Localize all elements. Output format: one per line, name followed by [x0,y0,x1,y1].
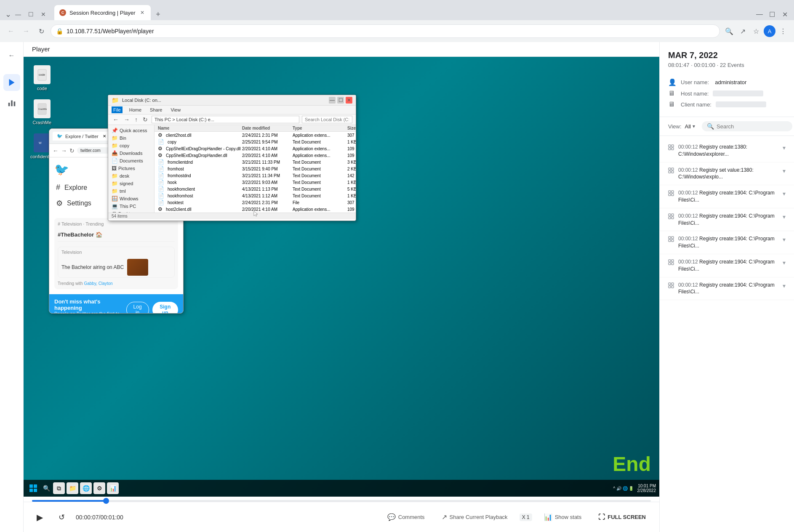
fullscreen-button[interactable]: ⛶ FULL SCREEN [593,511,651,524]
event-item[interactable]: 00:00:12 Registry create:1904: C:\Progra… [660,254,794,277]
sidebar-item-stats[interactable] [3,94,20,111]
minimize-window[interactable]: — [754,8,765,20]
close-window[interactable]: ✕ [779,8,791,20]
fe-sidebar-documents[interactable]: 📄Documents [108,157,154,165]
progress-bar[interactable] [32,500,651,502]
twitter-back[interactable]: ← [53,147,59,154]
fe-file-type: Application extens... [293,133,347,138]
tab-close-button[interactable]: ✕ [139,9,146,16]
fe-file-row[interactable]: 📄 fromhostdnd 3/21/2021 11:34 PM Text Do… [155,172,356,179]
restore-window[interactable]: ☐ [766,8,778,20]
svg-rect-3 [13,101,15,106]
fe-sidebar-windows[interactable]: 🪟Windows [108,195,154,202]
taskbar-explorer[interactable]: 📁 [67,482,78,494]
event-item[interactable]: 00:00:12 Registry create:1904: C:\Progra… [660,231,794,254]
forward-button[interactable]: → [20,25,32,37]
fe-sidebar-bin[interactable]: 📁Bin [108,134,154,142]
twitter-refresh[interactable]: ↻ [69,147,75,154]
profile-button[interactable]: A [764,25,775,37]
refresh-button[interactable]: ↻ [35,25,47,37]
fe-file-row[interactable]: 📄 fromclientdnd 3/21/2021 11:33 PM Text … [155,159,356,165]
sidebar-back-button[interactable]: ← [3,47,20,64]
progress-thumb[interactable] [103,498,109,504]
fe-forward[interactable]: → [123,116,131,123]
event-item[interactable]: 00:00:12 Registry set value:1380: C:\Win… [660,162,794,186]
bookmark-button[interactable]: ☆ [750,25,762,37]
tab-list-dropdown[interactable]: ⌄ [5,10,11,19]
address-bar[interactable]: 🔒 10.108.77.51/WebPlayer/#/player [51,24,720,38]
taskbar-app2[interactable]: 📊 [107,482,119,494]
fe-search-input[interactable] [302,116,352,123]
fe-menu-home[interactable]: Home [128,106,143,113]
event-expand-icon[interactable]: ▾ [783,282,786,289]
fe-sidebar-desk[interactable]: 📁desk [108,172,154,180]
fe-file-row[interactable]: ⚙ client2host.dll 2/24/2021 2:31 PM Appl… [155,132,356,138]
fe-up[interactable]: ↑ [133,116,139,123]
share-playback-button[interactable]: ↗ Share Current Playback [437,511,513,524]
fe-menu-share[interactable]: Share [148,106,164,113]
twitter-forward[interactable]: → [61,147,67,154]
fe-sidebar-pictures[interactable]: 🖼Pictures [108,165,154,172]
view-select[interactable]: All ▾ [685,123,695,130]
fe-sidebar-downloads[interactable]: 📥Downloads [108,149,154,157]
fe-file-row[interactable]: ⚙ CppShellExtDragDropHandler.dll 2/20/20… [155,152,356,159]
event-item[interactable]: 00:00:12 Registry create:1380: C:\Window… [660,139,794,162]
event-expand-icon[interactable]: ▾ [783,168,786,174]
fe-file-row[interactable]: 📄 hook 3/22/2021 9:03 AM Text Document 1… [155,179,356,186]
taskbar-chrome[interactable]: 🌐 [80,482,92,494]
twitter-tab-close[interactable]: ✕ [103,134,106,138]
back-button[interactable]: ← [5,25,17,37]
taskbar-task-view[interactable]: ⧉ [53,482,65,494]
menu-button[interactable]: ⋮ [777,25,789,37]
comments-button[interactable]: 💬 Comments [382,511,430,524]
fe-sidebar-copy[interactable]: 📁copy [108,142,154,149]
minimize-browser[interactable]: — [12,8,24,20]
fe-menu-view[interactable]: View [169,106,182,113]
event-item[interactable]: 00:00:12 Registry create:1904: C:\Progra… [660,185,794,208]
fe-sidebar-tml[interactable]: 📁tml [108,187,154,195]
replay-button[interactable]: ↺ [54,510,69,525]
fe-file-type: Text Document [293,160,347,165]
active-tab[interactable]: C Session Recording | Player ✕ [54,5,151,20]
twitter-signup-button[interactable]: Sign up [152,302,179,314]
fe-file-row[interactable]: 📄 hookfromclient 4/13/2021 1:13 PM Text … [155,186,356,192]
event-expand-icon[interactable]: ▾ [783,144,786,151]
fe-path[interactable]: This PC > Local Disk (C:) e... [152,116,299,123]
event-expand-icon[interactable]: ▾ [783,259,786,266]
share-button[interactable]: ↗ [737,25,749,37]
fe-sidebar-quickaccess[interactable]: 📌Quick access [108,127,154,134]
close-browser[interactable]: ✕ [37,8,49,20]
fe-file-row[interactable]: 📄 hookfromhost 4/13/2021 1:12 AM Text Do… [155,192,356,199]
fe-sidebar-thispc[interactable]: 💻This PC [108,202,154,210]
fe-menu-file[interactable]: File [112,106,123,113]
fe-sidebar-signed[interactable]: 📁signed [108,180,154,187]
event-item[interactable]: 00:00:12 Registry create:1904: C:\Progra… [660,208,794,231]
sidebar-item-player[interactable] [3,74,20,91]
fe-close[interactable]: ✕ [346,97,352,104]
event-expand-icon[interactable]: ▾ [783,236,786,243]
event-expand-icon[interactable]: ▾ [783,190,786,197]
fe-sidebar-desktop[interactable]: 🖥Desktop [108,210,154,213]
fe-back[interactable]: ← [112,116,120,123]
user-icon: 👤 [668,78,677,86]
twitter-login-button[interactable]: Log in [126,302,149,314]
event-item[interactable]: 00:00:12 Registry create:1904: C:\Progra… [660,277,794,301]
fe-file-row[interactable]: ⚙ host2client.dll 2/20/2021 4:10 AM Appl… [155,206,356,213]
event-expand-icon[interactable]: ▾ [783,213,786,220]
fe-file-row[interactable]: 📄 hooktest 2/24/2021 2:31 PM File 307 KB [155,199,356,206]
show-stats-button[interactable]: 📊 Show stats [539,511,587,524]
fe-minimize[interactable]: — [329,97,336,104]
start-button[interactable] [27,482,40,495]
search-button[interactable]: 🔍 [723,25,735,37]
fe-refresh-nav[interactable]: ↻ [141,116,149,123]
fe-file-row[interactable]: 📄 copy 2/25/2021 9:54 PM Text Document 1… [155,138,356,145]
fe-file-row[interactable]: 📄 fromhost 3/15/2021 9:40 PM Text Docume… [155,165,356,172]
taskbar-app1[interactable]: ⚙ [93,482,105,494]
taskbar-search-button[interactable]: 🔍 [41,483,51,493]
search-input[interactable] [717,123,787,130]
maximize-browser[interactable]: ☐ [25,8,37,20]
fe-file-row[interactable]: ⚙ CppShellExtDragDropHandler - Copy.dll … [155,145,356,152]
new-tab-button[interactable]: + [152,8,164,20]
play-button[interactable]: ▶ [32,510,47,525]
fe-maximize[interactable]: ☐ [337,97,344,104]
